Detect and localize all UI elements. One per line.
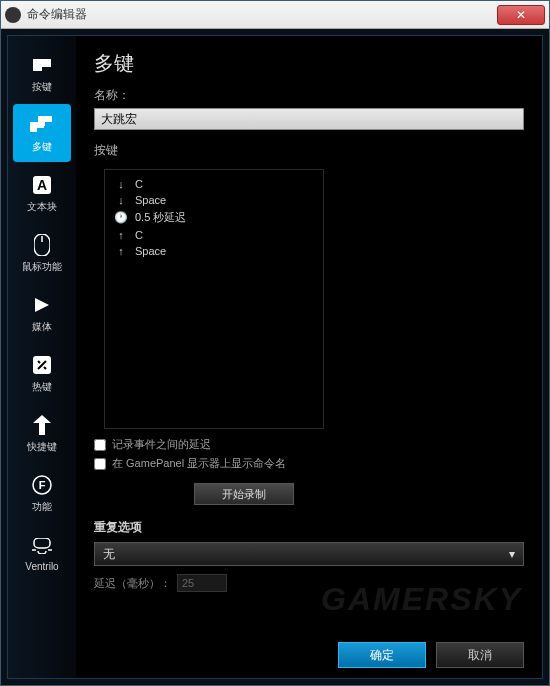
delay-label: 延迟（毫秒）： — [94, 576, 171, 591]
start-record-button[interactable]: 开始录制 — [194, 483, 294, 505]
arrow-up-icon: ↑ — [115, 229, 127, 241]
titlebar: 命令编辑器 ✕ — [1, 1, 549, 29]
main-panel: 多键 名称： 按键 ↓C ↓Space 🕐0.5 秒延迟 ↑C ↑Space 记… — [76, 36, 542, 678]
key-row[interactable]: ↑C — [115, 229, 313, 241]
key-text: C — [135, 178, 143, 190]
window-title: 命令编辑器 — [27, 6, 497, 23]
checkbox[interactable] — [94, 458, 106, 470]
check-label: 记录事件之间的延迟 — [112, 437, 211, 452]
sidebar-item-label: 文本块 — [27, 200, 57, 214]
key-row[interactable]: 🕐0.5 秒延迟 — [115, 210, 313, 225]
select-value: 无 — [103, 546, 115, 563]
close-icon: ✕ — [516, 8, 526, 22]
textblock-icon: A — [30, 173, 54, 197]
arrow-down-icon: ↓ — [115, 194, 127, 206]
sidebar-item-keystroke[interactable]: 按键 — [13, 44, 71, 102]
delay-input[interactable] — [177, 574, 227, 592]
sidebar-item-label: 按键 — [32, 80, 52, 94]
name-input[interactable] — [94, 108, 524, 130]
arrow-down-icon: ↓ — [115, 178, 127, 190]
sidebar-item-label: 快捷键 — [27, 440, 57, 454]
sidebar-item-function[interactable]: F 功能 — [13, 464, 71, 522]
svg-text:F: F — [39, 479, 46, 491]
gamepanel-check[interactable]: 在 GamePanel 显示器上显示命令名 — [94, 456, 524, 471]
page-title: 多键 — [94, 50, 524, 77]
keystroke-icon — [30, 53, 54, 77]
repeat-section-title: 重复选项 — [94, 519, 524, 536]
shortcut-icon — [30, 413, 54, 437]
multikey-icon — [30, 113, 54, 137]
repeat-select[interactable]: 无 ▾ — [94, 542, 524, 566]
svg-text:A: A — [37, 177, 47, 193]
sidebar-item-label: 功能 — [32, 500, 52, 514]
key-text: 0.5 秒延迟 — [135, 210, 186, 225]
ventrilo-icon — [30, 534, 54, 558]
sidebar-item-hotkey[interactable]: 热键 — [13, 344, 71, 402]
hotkey-icon — [30, 353, 54, 377]
sidebar-item-label: 多键 — [32, 140, 52, 154]
keys-label: 按键 — [94, 142, 524, 159]
key-text: C — [135, 229, 143, 241]
key-row[interactable]: ↓C — [115, 178, 313, 190]
mouse-icon — [30, 233, 54, 257]
check-label: 在 GamePanel 显示器上显示命令名 — [112, 456, 286, 471]
media-icon — [30, 293, 54, 317]
options-group: 记录事件之间的延迟 在 GamePanel 显示器上显示命令名 — [94, 437, 524, 475]
key-text: Space — [135, 245, 166, 257]
arrow-up-icon: ↑ — [115, 245, 127, 257]
sidebar-item-media[interactable]: 媒体 — [13, 284, 71, 342]
sidebar-item-label: 热键 — [32, 380, 52, 394]
sidebar-item-textblock[interactable]: A 文本块 — [13, 164, 71, 222]
key-row[interactable]: ↓Space — [115, 194, 313, 206]
sidebar-item-label: Ventrilo — [25, 561, 58, 572]
footer: 确定 取消 — [94, 632, 524, 668]
function-icon: F — [30, 473, 54, 497]
sidebar-item-label: 媒体 — [32, 320, 52, 334]
name-label: 名称： — [94, 87, 524, 104]
content-area: 按键 多键 A 文本块 鼠标功能 媒体 热键 — [7, 35, 543, 679]
delay-row: 延迟（毫秒）： — [94, 574, 524, 592]
checkbox[interactable] — [94, 439, 106, 451]
cancel-button[interactable]: 取消 — [436, 642, 524, 668]
ok-button[interactable]: 确定 — [338, 642, 426, 668]
app-window: 命令编辑器 ✕ 按键 多键 A 文本块 鼠标功能 媒体 — [0, 0, 550, 686]
sidebar-item-shortcut[interactable]: 快捷键 — [13, 404, 71, 462]
chevron-down-icon: ▾ — [509, 547, 515, 561]
key-text: Space — [135, 194, 166, 206]
app-logo-icon — [5, 7, 21, 23]
sidebar-item-mouse[interactable]: 鼠标功能 — [13, 224, 71, 282]
record-delay-check[interactable]: 记录事件之间的延迟 — [94, 437, 524, 452]
sidebar: 按键 多键 A 文本块 鼠标功能 媒体 热键 — [8, 36, 76, 678]
close-button[interactable]: ✕ — [497, 5, 545, 25]
keys-list[interactable]: ↓C ↓Space 🕐0.5 秒延迟 ↑C ↑Space — [104, 169, 324, 429]
key-row[interactable]: ↑Space — [115, 245, 313, 257]
sidebar-item-ventrilo[interactable]: Ventrilo — [13, 524, 71, 582]
sidebar-item-multikey[interactable]: 多键 — [13, 104, 71, 162]
clock-icon: 🕐 — [115, 211, 127, 224]
sidebar-item-label: 鼠标功能 — [22, 260, 62, 274]
